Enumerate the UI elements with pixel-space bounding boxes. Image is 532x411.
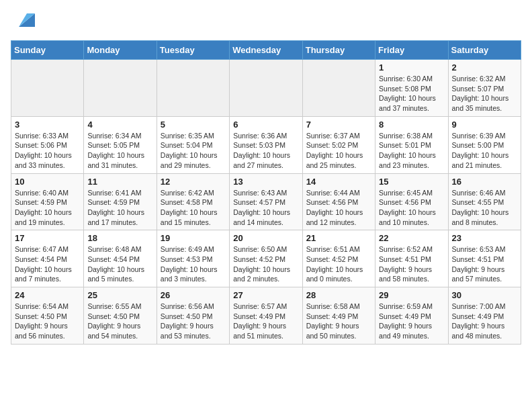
day-header-tuesday: Tuesday	[157, 41, 229, 60]
day-info: Sunrise: 6:39 AM Sunset: 5:00 PM Dayligh…	[452, 131, 517, 171]
day-number: 19	[161, 233, 226, 243]
day-info: Sunrise: 6:35 AM Sunset: 5:04 PM Dayligh…	[161, 131, 226, 171]
day-info: Sunrise: 6:33 AM Sunset: 5:06 PM Dayligh…	[15, 131, 80, 171]
calendar-cell	[230, 60, 302, 117]
day-number: 3	[15, 120, 80, 130]
day-info: Sunrise: 6:53 AM Sunset: 4:51 PM Dayligh…	[452, 244, 517, 284]
day-number: 8	[379, 120, 444, 130]
calendar-cell	[84, 60, 157, 117]
calendar-cell: 24Sunrise: 6:54 AM Sunset: 4:50 PM Dayli…	[11, 287, 84, 345]
day-number: 26	[161, 290, 226, 300]
day-number: 29	[379, 290, 444, 300]
day-number: 11	[87, 177, 152, 187]
day-number: 27	[233, 290, 298, 300]
day-info: Sunrise: 6:40 AM Sunset: 4:59 PM Dayligh…	[15, 188, 80, 228]
day-info: Sunrise: 6:58 AM Sunset: 4:49 PM Dayligh…	[306, 302, 371, 341]
calendar-cell: 30Sunrise: 7:00 AM Sunset: 4:49 PM Dayli…	[448, 287, 521, 345]
day-number: 5	[161, 120, 226, 130]
calendar-week-4: 17Sunrise: 6:47 AM Sunset: 4:54 PM Dayli…	[11, 230, 521, 287]
calendar-cell: 15Sunrise: 6:45 AM Sunset: 4:56 PM Dayli…	[375, 173, 448, 230]
day-info: Sunrise: 6:57 AM Sunset: 4:49 PM Dayligh…	[233, 302, 298, 341]
page-header	[11, 11, 521, 32]
day-info: Sunrise: 6:46 AM Sunset: 4:55 PM Dayligh…	[452, 188, 517, 228]
day-info: Sunrise: 6:42 AM Sunset: 4:58 PM Dayligh…	[161, 188, 226, 228]
day-number: 22	[379, 233, 444, 243]
day-info: Sunrise: 6:55 AM Sunset: 4:50 PM Dayligh…	[87, 302, 152, 341]
day-info: Sunrise: 6:50 AM Sunset: 4:52 PM Dayligh…	[233, 244, 298, 284]
day-header-monday: Monday	[84, 41, 157, 60]
day-number: 4	[87, 120, 152, 130]
calendar-cell	[157, 60, 229, 117]
day-header-thursday: Thursday	[302, 41, 375, 60]
day-number: 16	[452, 177, 517, 187]
day-number: 20	[233, 233, 298, 243]
calendar-cell: 11Sunrise: 6:41 AM Sunset: 4:59 PM Dayli…	[84, 173, 157, 230]
calendar-cell: 2Sunrise: 6:32 AM Sunset: 5:07 PM Daylig…	[448, 60, 521, 117]
day-info: Sunrise: 6:34 AM Sunset: 5:05 PM Dayligh…	[87, 131, 152, 171]
day-number: 13	[233, 177, 298, 187]
day-number: 14	[306, 177, 371, 187]
day-header-saturday: Saturday	[448, 41, 521, 60]
day-number: 9	[452, 120, 517, 130]
calendar-cell: 8Sunrise: 6:38 AM Sunset: 5:01 PM Daylig…	[375, 116, 448, 173]
days-header-row: SundayMondayTuesdayWednesdayThursdayFrid…	[11, 41, 521, 60]
day-number: 17	[15, 233, 80, 243]
calendar-cell: 7Sunrise: 6:37 AM Sunset: 5:02 PM Daylig…	[302, 116, 375, 173]
day-number: 24	[15, 290, 80, 300]
day-info: Sunrise: 6:43 AM Sunset: 4:57 PM Dayligh…	[233, 188, 298, 228]
calendar-cell: 28Sunrise: 6:58 AM Sunset: 4:49 PM Dayli…	[302, 287, 375, 345]
day-info: Sunrise: 6:51 AM Sunset: 4:52 PM Dayligh…	[306, 244, 371, 284]
day-number: 21	[306, 233, 371, 243]
day-number: 25	[87, 290, 152, 300]
day-info: Sunrise: 6:44 AM Sunset: 4:56 PM Dayligh…	[306, 188, 371, 228]
calendar-cell: 4Sunrise: 6:34 AM Sunset: 5:05 PM Daylig…	[84, 116, 157, 173]
day-info: Sunrise: 6:32 AM Sunset: 5:07 PM Dayligh…	[452, 74, 517, 113]
day-info: Sunrise: 7:00 AM Sunset: 4:49 PM Dayligh…	[452, 302, 517, 341]
day-info: Sunrise: 6:48 AM Sunset: 4:54 PM Dayligh…	[87, 244, 152, 284]
day-number: 12	[161, 177, 226, 187]
calendar-week-2: 3Sunrise: 6:33 AM Sunset: 5:06 PM Daylig…	[11, 116, 521, 173]
day-info: Sunrise: 6:45 AM Sunset: 4:56 PM Dayligh…	[379, 188, 444, 228]
calendar-cell: 27Sunrise: 6:57 AM Sunset: 4:49 PM Dayli…	[230, 287, 302, 345]
calendar-cell: 12Sunrise: 6:42 AM Sunset: 4:58 PM Dayli…	[157, 173, 229, 230]
calendar-week-1: 1Sunrise: 6:30 AM Sunset: 5:08 PM Daylig…	[11, 60, 521, 117]
calendar-cell: 19Sunrise: 6:49 AM Sunset: 4:53 PM Dayli…	[157, 230, 229, 287]
calendar-cell: 20Sunrise: 6:50 AM Sunset: 4:52 PM Dayli…	[230, 230, 302, 287]
day-number: 15	[379, 177, 444, 187]
day-number: 18	[87, 233, 152, 243]
calendar-cell: 13Sunrise: 6:43 AM Sunset: 4:57 PM Dayli…	[230, 173, 302, 230]
calendar-cell: 21Sunrise: 6:51 AM Sunset: 4:52 PM Dayli…	[302, 230, 375, 287]
calendar-cell: 14Sunrise: 6:44 AM Sunset: 4:56 PM Dayli…	[302, 173, 375, 230]
calendar-cell: 17Sunrise: 6:47 AM Sunset: 4:54 PM Dayli…	[11, 230, 84, 287]
calendar-cell: 16Sunrise: 6:46 AM Sunset: 4:55 PM Dayli…	[448, 173, 521, 230]
calendar-table: SundayMondayTuesdayWednesdayThursdayFrid…	[11, 40, 521, 345]
calendar-cell: 3Sunrise: 6:33 AM Sunset: 5:06 PM Daylig…	[11, 116, 84, 173]
day-number: 28	[306, 290, 371, 300]
calendar-cell: 26Sunrise: 6:56 AM Sunset: 4:50 PM Dayli…	[157, 287, 229, 345]
calendar-week-5: 24Sunrise: 6:54 AM Sunset: 4:50 PM Dayli…	[11, 287, 521, 345]
day-number: 30	[452, 290, 517, 300]
calendar-cell: 10Sunrise: 6:40 AM Sunset: 4:59 PM Dayli…	[11, 173, 84, 230]
calendar-cell: 18Sunrise: 6:48 AM Sunset: 4:54 PM Dayli…	[84, 230, 157, 287]
day-info: Sunrise: 6:41 AM Sunset: 4:59 PM Dayligh…	[87, 188, 152, 228]
calendar-cell: 9Sunrise: 6:39 AM Sunset: 5:00 PM Daylig…	[448, 116, 521, 173]
day-header-wednesday: Wednesday	[230, 41, 302, 60]
calendar-cell: 29Sunrise: 6:59 AM Sunset: 4:49 PM Dayli…	[375, 287, 448, 345]
day-number: 10	[15, 177, 80, 187]
day-info: Sunrise: 6:56 AM Sunset: 4:50 PM Dayligh…	[161, 302, 226, 341]
calendar-cell: 25Sunrise: 6:55 AM Sunset: 4:50 PM Dayli…	[84, 287, 157, 345]
day-info: Sunrise: 6:47 AM Sunset: 4:54 PM Dayligh…	[15, 244, 80, 284]
day-info: Sunrise: 6:52 AM Sunset: 4:51 PM Dayligh…	[379, 244, 444, 284]
day-number: 23	[452, 233, 517, 243]
day-number: 1	[379, 62, 444, 73]
day-header-friday: Friday	[375, 41, 448, 60]
day-number: 6	[233, 120, 298, 130]
calendar-cell: 23Sunrise: 6:53 AM Sunset: 4:51 PM Dayli…	[448, 230, 521, 287]
calendar-cell: 6Sunrise: 6:36 AM Sunset: 5:03 PM Daylig…	[230, 116, 302, 173]
logo	[11, 11, 35, 32]
calendar-cell	[11, 60, 84, 117]
calendar-cell	[302, 60, 375, 117]
day-info: Sunrise: 6:59 AM Sunset: 4:49 PM Dayligh…	[379, 302, 444, 341]
logo-icon	[13, 11, 35, 32]
day-info: Sunrise: 6:37 AM Sunset: 5:02 PM Dayligh…	[306, 131, 371, 171]
